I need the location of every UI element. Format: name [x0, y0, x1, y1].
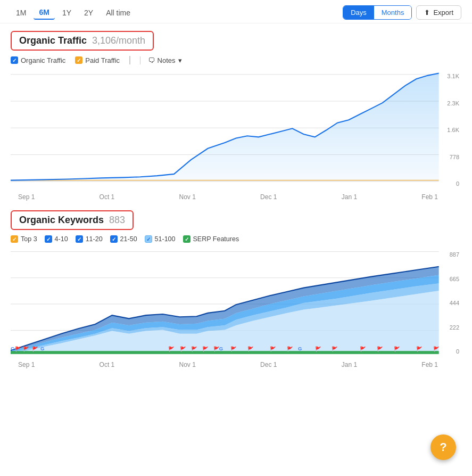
y-label-2: 778: [440, 154, 459, 160]
11-20-checkbox[interactable]: ✓: [76, 235, 83, 243]
keywords-legend-row: ✓ Top 3 ✓ 4-10 ✓ 11-20 ✓ 21-50 ✓ 51: [11, 235, 461, 243]
x-dec: Dec 1: [260, 193, 277, 201]
notes-label: Notes: [158, 56, 176, 64]
keywords-svg: 🚩 🚩 🚩 🚩 🚩 🚩 🚩 🚩 🚩 🚩 🚩 🚩 🚩 🚩 🚩 🚩 🚩 🚩 🚩: [11, 247, 461, 359]
organic-traffic-title: Organic Traffic: [19, 35, 87, 46]
svg-text:🚩: 🚩: [315, 346, 321, 352]
organic-keywords-header: Organic Keywords 883: [11, 210, 134, 230]
y-label-1: 0: [440, 180, 459, 187]
paid-traffic-checkbox[interactable]: ✓: [75, 56, 82, 64]
ky-label-5: 887: [440, 251, 459, 258]
export-button[interactable]: ⬆ Export: [416, 5, 461, 20]
tab-1m[interactable]: 1M: [11, 6, 31, 20]
svg-text:🚩: 🚩: [287, 346, 293, 352]
4-10-legend: ✓ 4-10: [45, 235, 68, 243]
organic-traffic-section: Organic Traffic 3,106/month ✓ Organic Tr…: [0, 23, 472, 201]
check-icon: ✓: [12, 58, 16, 63]
y-label-4: 2.3K: [440, 100, 459, 106]
top3-label: Top 3: [21, 235, 37, 243]
notes-chevron-icon: ▾: [178, 56, 182, 64]
right-controls: Days Months ⬆ Export: [343, 5, 461, 20]
notes-button[interactable]: 🗨 Notes ▾: [140, 56, 182, 64]
ky-label-1: 0: [440, 348, 459, 355]
kx-oct: Oct 1: [100, 361, 115, 368]
serp-legend: ✓ SERP Features: [183, 235, 239, 243]
svg-text:🚩: 🚩: [394, 346, 400, 352]
51-100-label: 51-100: [155, 235, 176, 243]
svg-text:🚩: 🚩: [377, 346, 383, 352]
kx-jan: Jan 1: [342, 361, 357, 368]
21-50-legend: ✓ 21-50: [110, 235, 137, 243]
traffic-svg: [11, 69, 461, 191]
keywords-y-axis: 887 665 444 222 0: [438, 247, 461, 359]
top-bar: 1M 6M 1Y 2Y All time Days Months ⬆ Expor…: [0, 0, 472, 23]
svg-text:🚩: 🚩: [191, 346, 197, 352]
kx-nov: Nov 1: [179, 361, 196, 368]
21-50-check: ✓: [112, 236, 116, 242]
organic-traffic-checkbox[interactable]: ✓: [11, 56, 18, 64]
x-oct: Oct 1: [100, 193, 115, 201]
traffic-y-axis: 3.1K 2.3K 1.6K 778 0: [438, 69, 461, 191]
x-jan: Jan 1: [342, 193, 357, 201]
organic-keywords-title: Organic Keywords: [19, 215, 104, 226]
tab-6m[interactable]: 6M: [34, 6, 54, 20]
51-100-checkbox[interactable]: ✓: [145, 235, 152, 243]
tab-1y[interactable]: 1Y: [57, 6, 77, 20]
svg-text:🚩: 🚩: [230, 346, 237, 352]
tab-all-time[interactable]: All time: [101, 6, 136, 20]
svg-text:🚩: 🚩: [32, 346, 38, 352]
top3-checkbox[interactable]: ✓: [11, 235, 18, 243]
x-feb: Feb 1: [421, 193, 438, 201]
svg-rect-16: [11, 351, 439, 353]
y-label-3: 1.6K: [440, 127, 459, 133]
organic-traffic-legend-label: Organic Traffic: [21, 56, 65, 64]
51-100-legend: ✓ 51-100: [145, 235, 176, 243]
organic-traffic-legend: ✓ Organic Traffic: [11, 56, 65, 64]
serp-checkbox[interactable]: ✓: [183, 235, 191, 243]
fab-icon: ?: [440, 440, 446, 454]
svg-text:🚩: 🚩: [202, 346, 209, 352]
days-button[interactable]: Days: [343, 6, 374, 19]
traffic-x-axis: Sep 1 Oct 1 Nov 1 Dec 1 Jan 1 Feb 1: [11, 191, 461, 201]
kx-feb: Feb 1: [421, 361, 438, 368]
paid-traffic-legend: ✓ Paid Traffic: [75, 56, 120, 64]
4-10-label: 4-10: [55, 235, 68, 243]
4-10-check: ✓: [46, 236, 51, 242]
paid-traffic-legend-label: Paid Traffic: [85, 56, 120, 64]
svg-text:G: G: [11, 346, 14, 351]
organic-traffic-header: Organic Traffic 3,106/month: [11, 31, 154, 51]
x-nov: Nov 1: [179, 193, 196, 201]
x-sep: Sep 1: [18, 193, 35, 201]
top3-legend: ✓ Top 3: [11, 235, 37, 243]
organic-traffic-chart: 3.1K 2.3K 1.6K 778 0: [11, 69, 461, 191]
kx-sep: Sep 1: [18, 361, 35, 368]
fab-button[interactable]: ?: [430, 434, 456, 460]
svg-marker-5: [11, 73, 439, 182]
svg-text:🚩: 🚩: [180, 346, 186, 352]
traffic-legend-row: ✓ Organic Traffic ✓ Paid Traffic 🗨 Notes…: [11, 56, 461, 64]
svg-text:G: G: [40, 346, 44, 351]
svg-text:G: G: [298, 346, 302, 351]
svg-text:🚩: 🚩: [168, 346, 175, 352]
tab-2y[interactable]: 2Y: [79, 6, 98, 20]
svg-text:🚩: 🚩: [416, 346, 423, 352]
kx-dec: Dec 1: [260, 361, 277, 368]
svg-text:🚩: 🚩: [23, 346, 29, 352]
time-tabs: 1M 6M 1Y 2Y All time: [11, 6, 136, 20]
ky-label-4: 665: [440, 276, 459, 282]
11-20-label: 11-20: [86, 235, 103, 243]
11-20-check: ✓: [77, 236, 81, 242]
ky-label-2: 222: [440, 324, 459, 331]
notes-icon: 🗨: [148, 56, 155, 64]
4-10-checkbox[interactable]: ✓: [45, 235, 52, 243]
y-label-5: 3.1K: [440, 73, 459, 79]
21-50-label: 21-50: [120, 235, 137, 243]
11-20-legend: ✓ 11-20: [76, 235, 103, 243]
21-50-checkbox[interactable]: ✓: [110, 235, 118, 243]
check-icon-2: ✓: [77, 58, 81, 63]
organic-traffic-value: 3,106/month: [92, 35, 145, 46]
svg-text:🚩: 🚩: [270, 346, 276, 352]
serp-check: ✓: [185, 236, 189, 242]
svg-text:🚩: 🚩: [15, 346, 21, 352]
months-button[interactable]: Months: [374, 6, 412, 19]
